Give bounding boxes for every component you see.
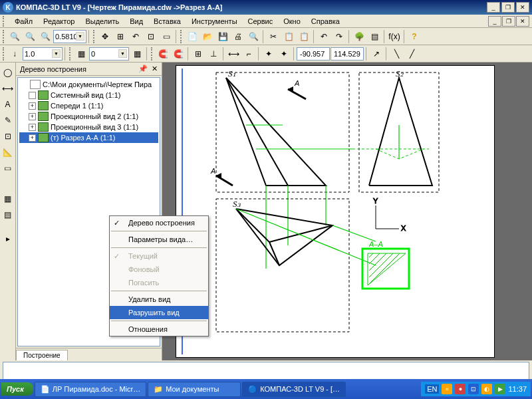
task-button[interactable]: 📄ЛР Пирамида.doc - Micr… [35, 382, 146, 397]
grip-handle[interactable] [3, 16, 7, 27]
ctx-delete[interactable]: Удалить вид [110, 293, 208, 306]
coord-y[interactable]: 114.529 [331, 47, 364, 61]
tree-root[interactable]: С:\Мои документы\Чертеж Пира [19, 79, 158, 90]
zoom-all-icon[interactable]: ⊡ [144, 29, 158, 44]
tree-item[interactable]: + Проекционный вид 2 (1:1) [19, 111, 158, 122]
scale-combo[interactable]: 1.0 [23, 47, 63, 61]
paste-icon[interactable]: 📋 [297, 29, 311, 44]
coord-icon[interactable]: ✦ [277, 47, 291, 61]
tree-icon[interactable]: 🌳 [352, 29, 366, 44]
arrow-down-icon[interactable]: ↓ [7, 47, 22, 61]
spec-icon[interactable]: ▦ [1, 192, 15, 206]
tree-expand-icon[interactable]: + [29, 124, 36, 131]
menu-window[interactable]: Окно [278, 16, 306, 27]
task-button-active[interactable]: 🔵КОМПАС-3D LT V9 - [… [242, 382, 346, 397]
round-icon[interactable]: ⌐ [241, 47, 256, 61]
menu-edit[interactable]: Редактор [38, 16, 80, 27]
linetype2-icon[interactable]: ╱ [404, 47, 419, 61]
save-icon[interactable]: 💾 [215, 29, 230, 44]
close-button[interactable]: ✕ [516, 2, 529, 13]
tree-item[interactable]: Системный вид (1:1) [19, 90, 158, 100]
menu-file[interactable]: Файл [9, 16, 38, 27]
tray-icon[interactable]: ◐ [481, 384, 492, 394]
expand-icon[interactable]: ▸ [1, 231, 15, 246]
preview-icon[interactable]: 🔍 [246, 29, 261, 44]
new-icon[interactable]: 📄 [185, 29, 200, 44]
menu-tools[interactable]: Инструменты [186, 16, 243, 27]
snap-icon[interactable]: ✦ [261, 47, 276, 61]
undo-icon[interactable]: ↶ [317, 29, 331, 44]
snap-mid-icon[interactable]: 🧲 [171, 47, 186, 61]
zoom-window-icon[interactable]: 🔍 [38, 29, 53, 44]
copy-icon[interactable]: 📋 [281, 29, 296, 44]
layers-icon[interactable]: ▤ [367, 29, 382, 44]
tree-collapse-icon[interactable] [29, 92, 36, 99]
grip-handle[interactable] [69, 47, 72, 61]
ctx-params[interactable]: Параметры вида… [110, 233, 208, 246]
grip-handle[interactable] [3, 47, 5, 61]
report-icon[interactable]: ▤ [1, 207, 15, 222]
menu-help[interactable]: Справка [306, 16, 345, 27]
pan-icon[interactable]: ✥ [98, 29, 112, 44]
tree-expand-icon[interactable]: + [29, 113, 36, 120]
lcs-icon[interactable]: ↗ [369, 47, 384, 61]
mdi-close-button[interactable]: ✕ [516, 16, 529, 27]
clock[interactable]: 11:37 [508, 385, 527, 393]
grip-handle[interactable] [3, 30, 5, 43]
mdi-restore-button[interactable]: ❐ [502, 16, 515, 27]
zoom-select-icon[interactable]: ▭ [159, 29, 174, 44]
tray-icon[interactable]: « [442, 384, 452, 394]
zoom-in-icon[interactable]: 🔍 [7, 29, 22, 44]
grid-icon[interactable]: ⊞ [191, 47, 205, 61]
variable-icon[interactable]: f(x) [387, 29, 402, 44]
task-button[interactable]: 📁Мои документы [148, 382, 241, 397]
grip-handle[interactable] [180, 30, 183, 43]
grip-handle[interactable] [151, 47, 154, 61]
linetype-icon[interactable]: ╲ [389, 47, 404, 61]
tray-icon[interactable]: ⊡ [468, 384, 479, 394]
measure-icon[interactable]: 📐 [1, 145, 15, 160]
grip-handle[interactable] [93, 30, 96, 43]
dim-icon[interactable]: ⟷ [1, 81, 15, 96]
text-icon[interactable]: A [1, 97, 15, 112]
cut-icon[interactable]: ✂ [266, 29, 281, 44]
maximize-button[interactable]: ❐ [501, 2, 515, 13]
select-icon[interactable]: ▭ [1, 161, 15, 176]
drawing-canvas[interactable]: S₁ А А [162, 63, 532, 360]
mdi-minimize-button[interactable]: _ [488, 16, 501, 27]
menu-service[interactable]: Сервис [243, 16, 279, 27]
dim-icon[interactable]: ⟷ [226, 47, 241, 61]
coord-x[interactable]: -90.957 [297, 47, 330, 61]
tree-item[interactable]: + Спереди 1 (1:1) [19, 100, 158, 111]
pin-icon[interactable]: 📌 [138, 65, 148, 73]
minimize-button[interactable]: _ [487, 2, 500, 13]
tree-item-selected[interactable]: + (т) Разрез А-А (1:1) [19, 132, 158, 143]
zoom-out-icon[interactable]: 🔍 [23, 29, 37, 44]
param-icon[interactable]: ⊡ [1, 129, 15, 144]
tray-icon[interactable]: ▶ [495, 384, 505, 394]
snap-end-icon[interactable]: 🧲 [156, 47, 170, 61]
ctx-hide[interactable]: Погасить [110, 276, 208, 289]
tree-expand-icon[interactable]: + [29, 102, 36, 110]
ctx-current[interactable]: ✓Текущий [110, 249, 208, 263]
menu-view[interactable]: Вид [124, 16, 148, 27]
tree-item[interactable]: + Проекционный вид 3 (1:1) [19, 122, 158, 132]
tray-icon[interactable]: ● [455, 384, 466, 394]
redo-icon[interactable]: ↷ [332, 29, 346, 44]
open-icon[interactable]: 📂 [200, 29, 215, 44]
menu-select[interactable]: Выделить [80, 16, 124, 27]
ctx-destroy[interactable]: Разрушить вид [110, 306, 208, 319]
ortho-icon[interactable]: ⊥ [206, 47, 221, 61]
edit-icon[interactable]: ✎ [1, 113, 15, 128]
help-icon[interactable]: ? [407, 29, 422, 44]
menu-insert[interactable]: Вставка [148, 16, 186, 27]
zoom-fit-icon[interactable]: ⊞ [113, 29, 128, 44]
ctx-relations[interactable]: Отношения [110, 323, 208, 336]
layer-combo[interactable]: 0 [89, 47, 129, 61]
zoom-combo[interactable]: 0.5810 [53, 30, 86, 43]
state-icon[interactable]: ▦ [74, 47, 88, 61]
print-icon[interactable]: 🖨 [231, 29, 245, 44]
ctx-bg[interactable]: Фоновый [110, 263, 208, 276]
layer-mgr-icon[interactable]: ▦ [130, 47, 144, 61]
ctx-tree[interactable]: ✓Дерево построения [110, 216, 208, 229]
